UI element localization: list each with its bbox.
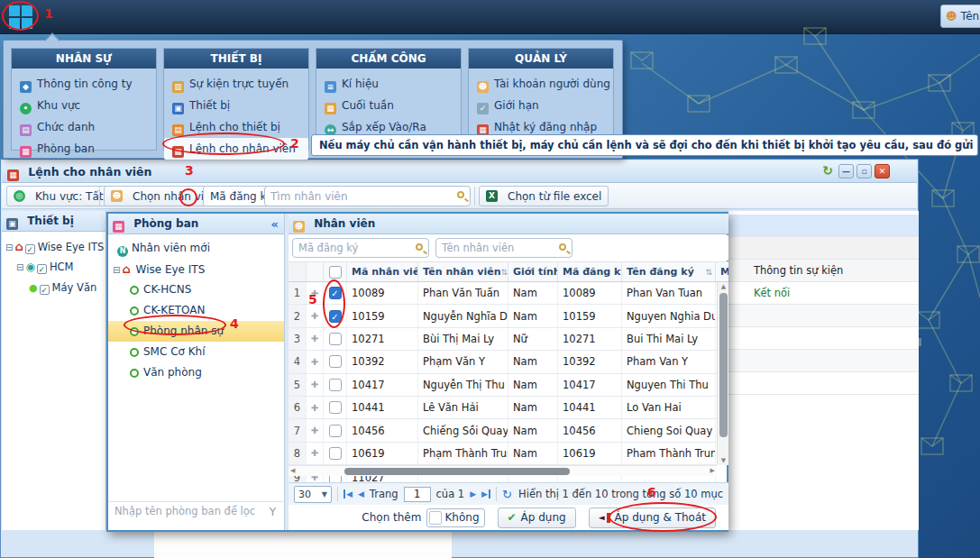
scroll-up-icon[interactable]: ▲ — [719, 283, 728, 290]
next-page-button[interactable]: ▶ — [470, 489, 476, 499]
restore-button[interactable]: ▫ — [856, 164, 872, 178]
menu-item[interactable]: ▤Lệnh cho thiết bị — [164, 116, 308, 138]
reg-code-search-input[interactable] — [298, 240, 405, 256]
event-row[interactable]: Kết nối — [728, 282, 919, 305]
drag-handle-icon[interactable]: ✚ — [311, 425, 318, 435]
table-row[interactable]: 5 ✚ 10417 Nguyễn Thị Thu Nam 10417 Nguye… — [289, 374, 728, 397]
event-column-header[interactable]: Thông tin sự kiện — [728, 260, 919, 282]
drag-handle-icon[interactable]: ✚ — [311, 334, 318, 343]
collapse-node-icon[interactable]: ⊟ — [16, 262, 23, 272]
menu-item[interactable]: ▦Phòng ban — [12, 138, 156, 160]
extra-select-toggle[interactable]: Không — [426, 508, 484, 527]
table-row[interactable]: 1 ✚ 10089 Phan Văn Tuấn Nam 10089 Phan V… — [289, 282, 728, 305]
collapse-node-icon[interactable]: ⊟ — [5, 242, 13, 252]
menu-item[interactable]: •Khu vực — [12, 95, 156, 116]
drag-handle-icon[interactable]: ✚ — [311, 311, 318, 321]
row-checkbox[interactable] — [329, 425, 342, 437]
employee-search-input[interactable] — [270, 188, 446, 205]
column-header[interactable]: Mã đăng ký▲ — [558, 262, 622, 281]
row-checkbox[interactable] — [329, 447, 342, 460]
refresh-window-icon[interactable]: ↻ — [820, 164, 836, 178]
drag-handle-icon[interactable]: ✚ — [311, 403, 318, 413]
event-selected-row[interactable] — [728, 215, 919, 237]
scroll-right-icon[interactable]: ▶ — [710, 467, 715, 474]
column-header[interactable]: Tên nhân viên⇅ — [418, 262, 508, 281]
menu-item[interactable]: ▤Chức danh — [12, 116, 156, 138]
menu-item[interactable]: ☻Tài khoản người dùng — [469, 73, 613, 95]
node-checkbox[interactable]: ✓ — [37, 264, 47, 274]
device-tree-node[interactable]: ⊟◉✓HCM — [5, 257, 105, 278]
tree-item-smc-co-khi[interactable]: SMC Cơ Khí — [108, 342, 284, 362]
device-tree-node[interactable]: ⊟⌂✓Wise Eye ITS — [5, 236, 105, 257]
page-size-select[interactable]: 30▼ — [294, 486, 332, 503]
tree-item-new-employees[interactable]: NNhân viên mới — [108, 238, 284, 259]
user-icon: ☻ — [946, 10, 957, 23]
tree-item-ck-hcns[interactable]: CK-HCNS — [108, 279, 284, 300]
node-checkbox[interactable]: ✓ — [40, 285, 50, 295]
menu-item[interactable]: ✓Giới hạn — [469, 95, 613, 116]
table-row[interactable]: 6 ✚ 10441 Lê Văn Hải Nam 10441 Lo Van Ha… — [289, 397, 728, 419]
scroll-down-icon[interactable]: ▼ — [719, 457, 728, 464]
device-icon: ▣ — [172, 103, 184, 114]
column-header[interactable]: Mã — [716, 262, 728, 281]
row-checkbox[interactable] — [329, 333, 342, 345]
column-header[interactable]: Tên đăng ký⇅ — [622, 262, 716, 281]
page-number-input[interactable] — [404, 487, 431, 502]
row-checkbox[interactable] — [329, 355, 342, 368]
last-page-button[interactable]: ▶ — [481, 489, 490, 499]
first-page-button[interactable]: ◀ — [343, 489, 353, 499]
table-row[interactable]: 2 ✚ 10159 Nguyễn Nghĩa Dũng Nam 10159 Ng… — [289, 305, 728, 327]
table-row[interactable]: 7 ✚ 10456 Chiếng Sồi Quay Nam 10456 Chie… — [289, 419, 728, 442]
collapse-node-icon[interactable]: ⊟ — [113, 265, 120, 275]
select-all-checkbox[interactable] — [329, 266, 342, 279]
row-checkbox[interactable] — [329, 379, 342, 391]
user-menu-button[interactable]: ☻ Tên — [940, 5, 980, 28]
row-checkbox[interactable] — [329, 310, 342, 323]
minimize-button[interactable]: — — [838, 164, 854, 178]
drag-handle-icon[interactable]: ✚ — [311, 357, 318, 367]
table-row[interactable]: 4 ✚ 10392 Phạm Văn Y Nam 10392 Pham Van … — [289, 351, 728, 373]
column-header[interactable]: Mã nhân viên⇅ — [347, 262, 418, 281]
search-icon[interactable] — [457, 191, 464, 198]
tree-item-company[interactable]: ⊟⌂ Wise Eye ITS — [108, 259, 284, 279]
search-icon[interactable] — [559, 243, 566, 251]
toggle-box[interactable] — [429, 511, 442, 525]
menu-item[interactable]: ▣Thiết bị — [164, 95, 308, 116]
menu-item[interactable]: ▦Cuối tuần — [316, 95, 461, 116]
vertical-scrollbar[interactable]: ▲ ▼ — [717, 282, 728, 465]
scrollbar-thumb[interactable] — [344, 468, 570, 475]
name-search-input[interactable] — [442, 240, 548, 256]
drag-handle-icon[interactable]: ✚ — [311, 448, 318, 458]
menu-item[interactable]: ≡Kí hiệu — [316, 73, 461, 95]
sort-icon: ⇅ — [500, 268, 508, 277]
column-header[interactable]: Giới tính⇅ — [508, 262, 558, 281]
table-row[interactable]: 3 ✚ 10271 Bùi Thị Mai Ly Nữ 10271 Bui Th… — [289, 328, 728, 351]
excel-import-button[interactable]: X Chọn từ file excel — [479, 186, 609, 206]
close-button[interactable]: ✕ — [875, 164, 890, 178]
tree-item-phong-nhan-su[interactable]: Phòng nhân sự — [108, 321, 284, 342]
scroll-left-icon[interactable]: ◀ — [290, 467, 295, 474]
menu-column-title: QUẢN LÝ — [469, 49, 613, 69]
menu-item[interactable]: ▥Sự kiện trực tuyến — [164, 73, 308, 95]
apply-and-exit-button[interactable]: ◄ Áp dụng & Thoát — [589, 508, 716, 528]
menu-item[interactable]: ◆Thông tin công ty — [12, 73, 156, 95]
apply-button[interactable]: ✔ Áp dụng — [498, 508, 576, 528]
tree-item-ck-ketoan[interactable]: CK-KETOAN — [108, 300, 284, 321]
device-tree-node[interactable]: ●✓Máy Văn — [5, 278, 105, 298]
drag-handle-icon[interactable]: ✚ — [311, 288, 318, 298]
start-menu-button[interactable] — [8, 5, 33, 29]
department-filter-input[interactable] — [114, 505, 259, 517]
drag-handle-icon[interactable]: ✚ — [311, 380, 318, 389]
tree-item-van-phong[interactable]: Văn phòng — [108, 362, 284, 383]
row-checkbox[interactable] — [329, 401, 342, 414]
node-checkbox[interactable]: ✓ — [25, 244, 35, 254]
collapse-panel-icon[interactable]: « — [271, 214, 279, 234]
row-checkbox[interactable] — [329, 287, 342, 299]
refresh-grid-icon[interactable]: ↻ — [502, 488, 512, 501]
horizontal-scrollbar[interactable]: ◀ ▶ — [289, 465, 717, 476]
menu-item[interactable]: ▦Lệnh cho nhân viên — [164, 138, 308, 160]
scrollbar-thumb[interactable] — [719, 293, 728, 437]
table-row[interactable]: 8 ✚ 10619 Phạm Thành Trung Nam 10619 Pha… — [289, 443, 728, 465]
prev-page-button[interactable]: ◀ — [358, 489, 364, 499]
search-icon[interactable] — [416, 243, 423, 251]
